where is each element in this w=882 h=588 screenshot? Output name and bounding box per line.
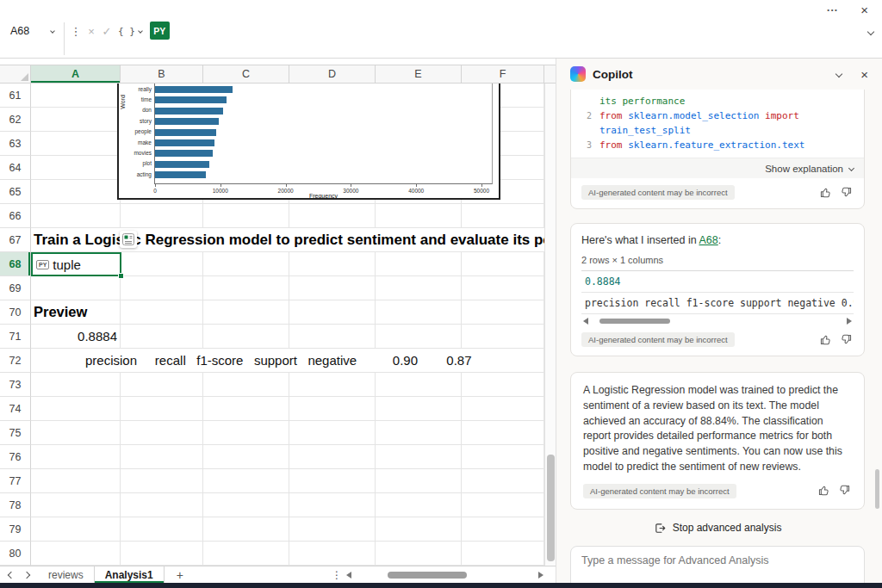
cell-link-a68[interactable]: A68 bbox=[699, 234, 717, 246]
row-header-71[interactable]: 71 bbox=[0, 325, 31, 349]
chart-category-label: acting bbox=[123, 170, 152, 179]
sheet-tab-reviews[interactable]: reviews bbox=[38, 566, 94, 583]
scroll-right-icon[interactable] bbox=[538, 572, 543, 579]
sheet-options-icon[interactable]: ⋮ bbox=[332, 569, 342, 581]
chevron-down-icon bbox=[848, 165, 854, 171]
row-header-72[interactable]: 72 bbox=[0, 349, 31, 373]
enter-icon[interactable]: ✓ bbox=[99, 22, 115, 40]
row-header-80[interactable]: 80 bbox=[0, 542, 31, 566]
copilot-title: Copilot bbox=[593, 68, 829, 81]
row-header-74[interactable]: 74 bbox=[0, 397, 31, 421]
copilot-scrollbar-thumb[interactable] bbox=[875, 469, 879, 509]
python-object-type-icon[interactable]: { } bbox=[118, 22, 142, 40]
card-footer: AI-generated content may be incorrect bbox=[583, 475, 852, 507]
row-header-64[interactable]: 64 bbox=[0, 156, 31, 180]
chart-bar-plot bbox=[155, 161, 209, 168]
horizontal-scrollbar[interactable] bbox=[346, 569, 543, 581]
show-explanation-button[interactable]: Show explanation bbox=[571, 158, 864, 178]
fill-handle[interactable] bbox=[118, 273, 124, 279]
grid-body[interactable]: Word reallytimedonstorypeoplemakemoviesp… bbox=[31, 84, 544, 566]
thumbs-down-icon[interactable] bbox=[840, 333, 854, 347]
cell-a68-value: tuple bbox=[53, 257, 81, 272]
preview-scroll-track[interactable] bbox=[593, 318, 842, 325]
row-header-68[interactable]: 68 bbox=[0, 252, 31, 276]
row-header-63[interactable]: 63 bbox=[0, 132, 31, 156]
row-header-78[interactable]: 78 bbox=[0, 493, 31, 517]
row-header-75[interactable]: 75 bbox=[0, 421, 31, 445]
python-card-icon[interactable] bbox=[120, 231, 137, 248]
stop-row: Stop advanced analysis bbox=[570, 522, 865, 535]
vertical-scrollbar[interactable] bbox=[544, 84, 556, 566]
sheet-tab-analysis1[interactable]: Analysis1 bbox=[94, 566, 165, 583]
column-header-F[interactable]: F bbox=[462, 65, 544, 83]
row-header-77[interactable]: 77 bbox=[0, 469, 31, 493]
row-header-79[interactable]: 79 bbox=[0, 517, 31, 542]
row-header-70[interactable]: 70 bbox=[0, 300, 31, 325]
name-box[interactable]: A68 bbox=[2, 22, 60, 40]
chart-object[interactable]: Word reallytimedonstorypeoplemakemoviesp… bbox=[117, 84, 500, 200]
row-header-66[interactable]: 66 bbox=[0, 204, 31, 228]
select-all-corner[interactable] bbox=[0, 65, 31, 83]
collapse-pane-icon[interactable] bbox=[835, 71, 842, 77]
scroll-left-icon[interactable] bbox=[583, 318, 588, 325]
chart-tick bbox=[481, 184, 482, 187]
message-input[interactable] bbox=[581, 554, 854, 583]
row-header-61[interactable]: 61 bbox=[0, 84, 31, 108]
row-header-69[interactable]: 69 bbox=[0, 276, 31, 300]
preview-horizontal-scrollbar[interactable] bbox=[581, 314, 854, 327]
thumbs-up-icon[interactable] bbox=[819, 186, 833, 200]
summary-text: A Logistic Regression model was trained … bbox=[583, 383, 852, 475]
row-header-67[interactable]: 67 bbox=[0, 228, 31, 252]
thumbs-up-icon[interactable] bbox=[819, 333, 833, 347]
formula-options-icon[interactable]: ⋮ bbox=[68, 22, 84, 40]
column-header-C[interactable]: C bbox=[203, 65, 289, 83]
copilot-logo-icon bbox=[570, 66, 586, 82]
more-options-icon[interactable]: ••• bbox=[827, 6, 838, 14]
chart-category-label: story bbox=[123, 117, 152, 126]
thumbs-down-icon[interactable] bbox=[840, 186, 854, 200]
copilot-close-icon[interactable]: × bbox=[860, 68, 868, 81]
row-header-73[interactable]: 73 bbox=[0, 373, 31, 397]
column-header-E[interactable]: E bbox=[376, 65, 462, 83]
column-header-B[interactable]: B bbox=[121, 65, 203, 83]
tab-nav bbox=[0, 573, 38, 578]
chart-category-label: make bbox=[123, 139, 152, 147]
selected-cell-a68[interactable]: PY tuple bbox=[31, 252, 121, 276]
insert-intro: Here's what I inserted in A68: bbox=[581, 234, 854, 246]
prev-sheet-icon[interactable] bbox=[8, 571, 15, 578]
preview-scroll-thumb[interactable] bbox=[599, 319, 670, 324]
card-footer: AI-generated content may be incorrect bbox=[571, 178, 864, 208]
horizontal-scrollbar-track[interactable] bbox=[355, 572, 535, 579]
code-token: from bbox=[599, 139, 623, 151]
code-block: its performance2from sklearn.model_selec… bbox=[571, 90, 864, 158]
code-token: import bbox=[765, 110, 799, 121]
cell-a67[interactable]: Train a Logistic Regression model to pre… bbox=[31, 228, 544, 251]
row-header-62[interactable]: 62 bbox=[0, 108, 31, 132]
cell-a72[interactable]: precision recall f1-score support negati… bbox=[85, 349, 479, 372]
cell-a70[interactable]: Preview bbox=[31, 300, 96, 324]
row-header-65[interactable]: 65 bbox=[0, 180, 31, 204]
chart-bar-make bbox=[155, 139, 214, 146]
stop-advanced-analysis-button[interactable]: Stop advanced analysis bbox=[654, 522, 782, 535]
next-sheet-icon[interactable] bbox=[23, 571, 30, 578]
window-close-icon[interactable]: × bbox=[860, 3, 868, 16]
column-header-D[interactable]: D bbox=[289, 65, 376, 83]
column-header-A[interactable]: A bbox=[31, 65, 121, 83]
vertical-scrollbar-thumb[interactable] bbox=[547, 455, 555, 561]
scroll-left-icon[interactable] bbox=[346, 572, 351, 579]
cancel-icon[interactable]: × bbox=[84, 22, 99, 40]
horizontal-scrollbar-thumb[interactable] bbox=[388, 572, 467, 579]
result-row: 0.8884 bbox=[581, 271, 854, 293]
copilot-pane: Copilot × its performance2from sklearn.m… bbox=[556, 59, 882, 583]
insert-intro-colon: : bbox=[718, 234, 721, 246]
copilot-summary-card: A Logistic Regression model was trained … bbox=[570, 372, 865, 510]
scroll-right-icon[interactable] bbox=[847, 318, 852, 325]
row-header-76[interactable]: 76 bbox=[0, 445, 31, 469]
bottom-strip bbox=[0, 583, 882, 588]
add-sheet-icon[interactable]: + bbox=[177, 568, 183, 582]
chart-bar-people bbox=[155, 129, 216, 136]
thumbs-down-icon[interactable] bbox=[838, 484, 852, 498]
thumbs-up-icon[interactable] bbox=[817, 484, 831, 498]
chart-tick bbox=[286, 184, 287, 187]
cell-a71[interactable]: 0.8884 bbox=[31, 325, 117, 348]
